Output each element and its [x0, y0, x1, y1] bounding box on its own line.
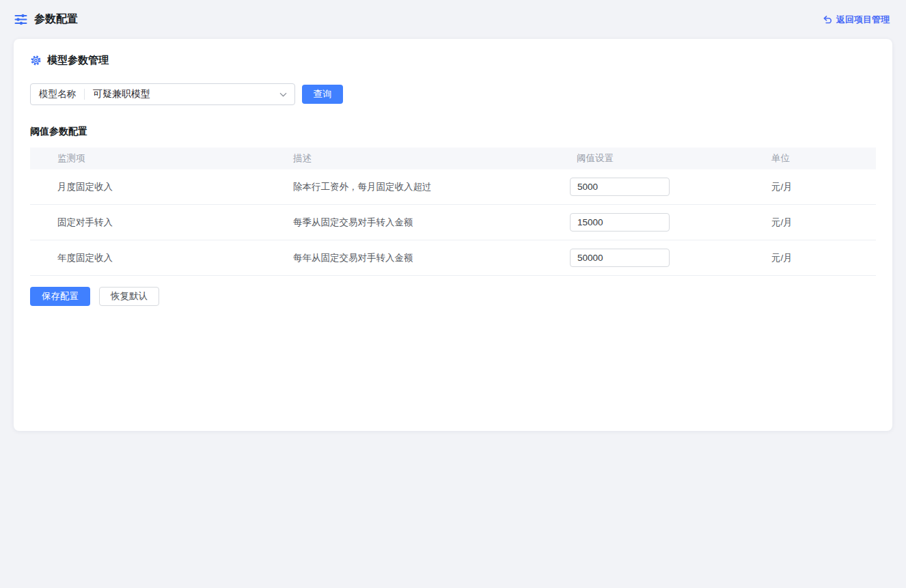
description-cell: 每年从固定交易对手转入金额 — [266, 252, 549, 264]
table-row: 年度固定收入 每年从固定交易对手转入金额 元/月 — [30, 240, 876, 276]
monitor-item-cell: 固定对手转入 — [30, 216, 266, 229]
unit-cell: 元/月 — [744, 181, 876, 193]
top-bar: 参数配置 返回项目管理 — [0, 0, 906, 39]
card-title: 模型参数管理 — [47, 54, 109, 67]
undo-arrow-icon — [822, 14, 832, 25]
table-row: 固定对手转入 每季从固定交易对手转入金额 元/月 — [30, 205, 876, 240]
model-parameter-card: 模型参数管理 模型名称 可疑兼职模型 查询 阈值参数配置 监测项 描述 阈值设置… — [14, 39, 892, 431]
table-header-row: 监测项 描述 阈值设置 单位 — [30, 148, 876, 169]
unit-cell: 元/月 — [744, 252, 876, 264]
model-name-select[interactable]: 模型名称 可疑兼职模型 — [30, 83, 295, 105]
model-name-selected-value: 可疑兼职模型 — [85, 88, 279, 100]
gear-icon — [30, 55, 42, 66]
description-cell: 除本行工资外，每月固定收入超过 — [266, 181, 549, 193]
column-header-threshold: 阈值设置 — [549, 152, 744, 165]
threshold-input-fixed-counterparty[interactable] — [570, 213, 670, 232]
description-cell: 每季从固定交易对手转入金额 — [266, 216, 549, 229]
table-row: 月度固定收入 除本行工资外，每月固定收入超过 元/月 — [30, 169, 876, 205]
back-to-project-link[interactable]: 返回项目管理 — [822, 14, 890, 26]
footer-actions: 保存配置 恢复默认 — [30, 287, 876, 306]
restore-default-button[interactable]: 恢复默认 — [99, 287, 159, 306]
column-header-desc: 描述 — [266, 152, 549, 165]
column-header-item: 监测项 — [30, 152, 266, 165]
query-button[interactable]: 查询 — [302, 85, 343, 104]
save-config-button[interactable]: 保存配置 — [30, 287, 90, 306]
page-title: 参数配置 — [34, 12, 78, 27]
sliders-icon — [14, 12, 28, 27]
monitor-item-cell: 月度固定收入 — [30, 181, 266, 193]
back-link-label: 返回项目管理 — [836, 14, 890, 26]
column-header-unit: 单位 — [744, 152, 876, 165]
threshold-section-title: 阈值参数配置 — [30, 126, 876, 138]
filter-row: 模型名称 可疑兼职模型 查询 — [30, 83, 876, 105]
chevron-down-icon — [279, 90, 288, 99]
threshold-input-annual-income[interactable] — [570, 249, 670, 267]
threshold-table: 监测项 描述 阈值设置 单位 月度固定收入 除本行工资外，每月固定收入超过 元/… — [30, 148, 876, 276]
monitor-item-cell: 年度固定收入 — [30, 252, 266, 264]
model-name-label: 模型名称 — [31, 88, 84, 100]
threshold-input-monthly-income[interactable] — [570, 178, 670, 196]
unit-cell: 元/月 — [744, 216, 876, 229]
